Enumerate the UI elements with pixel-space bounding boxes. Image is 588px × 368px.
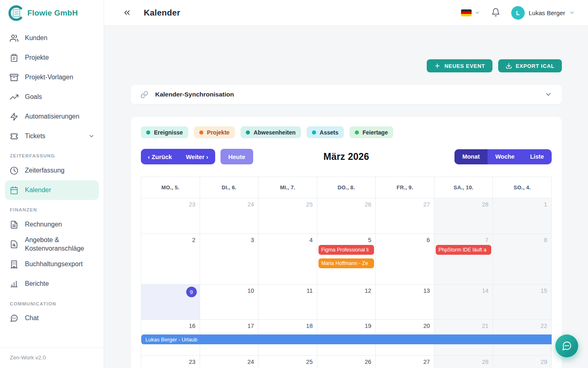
calendar-card: EreignisseProjekteAbwesenheitenAssetsFei… bbox=[131, 117, 562, 368]
day-cell-26[interactable]: 26 bbox=[317, 356, 376, 368]
clock-icon bbox=[10, 166, 18, 175]
new-event-button[interactable]: NEUES EVENT bbox=[427, 59, 492, 72]
calendar-week-row: 9101112131415 bbox=[141, 285, 552, 320]
day-number: 2 bbox=[141, 234, 200, 244]
collapse-sidebar-button[interactable] bbox=[122, 7, 133, 18]
day-cell-27[interactable]: 27 bbox=[376, 356, 434, 368]
sidebar-item-angebote-kostenvoranschläge[interactable]: Angebote & Kostenvoranschläge bbox=[5, 234, 99, 255]
day-cell-10[interactable]: 10 bbox=[200, 285, 259, 320]
next-button[interactable]: Weiter › bbox=[179, 149, 215, 164]
day-cell-6[interactable]: 6 bbox=[376, 234, 434, 285]
chevron-down-icon bbox=[88, 133, 95, 139]
chat-fab-button[interactable] bbox=[555, 334, 578, 357]
sidebar-item-kalender[interactable]: Kalender bbox=[5, 180, 99, 200]
day-cell-13[interactable]: 13 bbox=[376, 285, 434, 320]
day-cell-27[interactable]: 27 bbox=[376, 198, 434, 234]
day-cell-28[interactable]: 28 bbox=[434, 356, 493, 368]
day-number: 10 bbox=[200, 285, 258, 295]
legend-dot-icon bbox=[312, 130, 316, 135]
day-cell-29[interactable]: 29 bbox=[493, 356, 552, 368]
legend-pill-assets[interactable]: Assets bbox=[307, 126, 344, 138]
today-badge: 9 bbox=[186, 287, 197, 297]
day-number: 4 bbox=[258, 234, 317, 244]
today-button[interactable]: Heute bbox=[220, 149, 253, 164]
day-events: PhpStorm IDE läuft a bbox=[434, 244, 493, 255]
legend-label: Abwesenheiten bbox=[254, 129, 296, 136]
sidebar-item-label: Zeiterfassung bbox=[25, 166, 65, 175]
calendar-toolbar: ‹ Zurück Weiter › Heute März 2026 MonatW… bbox=[141, 149, 552, 164]
sidebar-item-label: Kalender bbox=[25, 186, 51, 195]
sidebar-item-rechnungen[interactable]: Rechnungen bbox=[5, 215, 99, 234]
view-button-liste[interactable]: Liste bbox=[522, 149, 552, 164]
day-number: 13 bbox=[376, 285, 434, 295]
day-cell-12[interactable]: 12 bbox=[317, 285, 376, 320]
day-cell-26[interactable]: 26 bbox=[317, 198, 376, 234]
day-cell-8[interactable]: 8 bbox=[493, 234, 552, 285]
day-cell-15[interactable]: 15 bbox=[493, 285, 552, 320]
legend-pill-projekte[interactable]: Projekte bbox=[194, 126, 235, 138]
day-cell-23[interactable]: 23 bbox=[141, 198, 200, 234]
sidebar-item-automatisierungen[interactable]: Automatisierungen bbox=[5, 107, 99, 126]
day-number: 22 bbox=[493, 320, 551, 330]
sidebar-item-kunden[interactable]: Kunden bbox=[5, 28, 99, 48]
chat-icon bbox=[10, 314, 18, 323]
day-cell-23[interactable]: 23 bbox=[141, 356, 200, 368]
legend-pill-abwesenheiten[interactable]: Abwesenheiten bbox=[241, 126, 301, 138]
weekday-header: MI., 7. bbox=[258, 177, 317, 198]
day-cell-24[interactable]: 24 bbox=[200, 198, 259, 234]
sidebar-item-tickets[interactable]: Tickets bbox=[5, 126, 99, 146]
language-selector[interactable] bbox=[461, 9, 480, 16]
export-ical-button[interactable]: EXPORT ICAL bbox=[498, 59, 562, 72]
day-cell-5[interactable]: 5Figma Professional liMaria Hoffmann - Z… bbox=[317, 234, 376, 285]
weekday-header: MO., 5. bbox=[141, 177, 200, 198]
day-number: 6 bbox=[376, 234, 434, 244]
plus-icon bbox=[434, 63, 441, 69]
prev-button[interactable]: ‹ Zurück bbox=[141, 149, 179, 164]
day-number: 19 bbox=[317, 320, 376, 330]
sidebar-item-goals[interactable]: Goals bbox=[5, 87, 99, 107]
calendar-sync-accordion[interactable]: Kalender-Synchronisation bbox=[131, 85, 562, 104]
avatar: L bbox=[511, 6, 525, 20]
calendar-event[interactable]: Figma Professional li bbox=[318, 245, 374, 255]
calendar-event[interactable]: Maria Hoffmann - Ze bbox=[318, 258, 374, 268]
clipboard-icon bbox=[10, 54, 18, 62]
legend-pill-feiertage[interactable]: Feiertage bbox=[350, 126, 393, 138]
legend-pill-ereignisse[interactable]: Ereignisse bbox=[141, 126, 188, 138]
day-number: 7 bbox=[434, 234, 493, 244]
day-cell-9[interactable]: 9 bbox=[141, 285, 200, 320]
view-button-woche[interactable]: Woche bbox=[488, 149, 522, 164]
sidebar-item-projekt-vorlagen[interactable]: Projekt-Vorlagen bbox=[5, 67, 99, 87]
sidebar-item-berichte[interactable]: Berichte bbox=[5, 274, 99, 294]
day-cell-28[interactable]: 28 bbox=[434, 198, 493, 234]
day-cell-14[interactable]: 14 bbox=[434, 285, 493, 320]
legend-label: Ereignisse bbox=[154, 129, 183, 136]
day-cell-25[interactable]: 25 bbox=[258, 198, 317, 234]
day-cell-25[interactable]: 25 bbox=[258, 356, 317, 368]
day-cell-3[interactable]: 3 bbox=[200, 234, 259, 285]
sidebar-item-buchhaltungsexport[interactable]: Buchhaltungsexport bbox=[5, 255, 99, 274]
sidebar-item-projekte[interactable]: Projekte bbox=[5, 48, 99, 67]
sidebar-item-zeiterfassung[interactable]: Zeiterfassung bbox=[5, 161, 99, 180]
sidebar-item-chat[interactable]: Chat bbox=[5, 309, 99, 328]
calendar-event[interactable]: PhpStorm IDE läuft a bbox=[436, 245, 492, 255]
user-menu[interactable]: L Lukas Berger bbox=[511, 6, 575, 20]
day-cell-7[interactable]: 7PhpStorm IDE läuft a bbox=[434, 234, 493, 285]
legend-label: Feiertage bbox=[363, 129, 388, 136]
brand-logo-row[interactable]: Flowie GmbH bbox=[0, 0, 104, 26]
day-cell-24[interactable]: 24 bbox=[200, 356, 259, 368]
day-number: 25 bbox=[258, 198, 317, 209]
view-button-monat[interactable]: Monat bbox=[454, 149, 488, 164]
day-cell-1[interactable]: 1 bbox=[493, 198, 552, 234]
day-cell-4[interactable]: 4 bbox=[258, 234, 317, 285]
notifications-button[interactable] bbox=[491, 8, 501, 18]
sidebar-item-label: Projekte bbox=[25, 54, 49, 62]
prev-next-group: ‹ Zurück Weiter › bbox=[141, 149, 215, 164]
ticket-icon bbox=[10, 132, 18, 141]
legend-dot-icon bbox=[146, 130, 150, 135]
calendar-week-row: 2345Figma Professional liMaria Hoffmann … bbox=[141, 234, 552, 285]
legend-label: Projekte bbox=[207, 129, 229, 136]
calendar-span-event[interactable]: Lukas Berger - Urlaub bbox=[141, 334, 552, 344]
calendar-week-row: 16171819202122Lukas Berger - Urlaub bbox=[141, 320, 552, 356]
day-cell-2[interactable]: 2 bbox=[141, 234, 200, 285]
day-cell-11[interactable]: 11 bbox=[258, 285, 317, 320]
